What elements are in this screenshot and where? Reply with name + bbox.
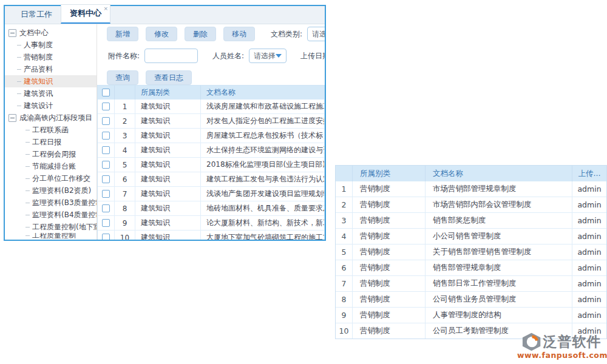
row-checkbox[interactable] bbox=[102, 103, 110, 110]
checkbox-cell bbox=[98, 114, 115, 128]
tree-item-label: 监理资料(B4质量控制) bbox=[32, 210, 97, 220]
table-row[interactable]: 10建筑知识大厦地下室加气砼墙砌筑工程的施工方... bbox=[98, 231, 324, 240]
row-uploader: admin bbox=[572, 181, 606, 197]
row-checkbox[interactable] bbox=[102, 175, 110, 183]
tree-branch-line bbox=[17, 93, 21, 94]
tree-item[interactable]: 监理资料(B3质量控制) bbox=[5, 197, 97, 209]
tree-item[interactable]: 工程日报 bbox=[5, 136, 97, 148]
minus-box-icon[interactable] bbox=[8, 114, 16, 122]
move-button[interactable]: 移动 bbox=[223, 27, 255, 41]
close-icon[interactable]: × bbox=[103, 5, 108, 12]
row-checkbox[interactable] bbox=[102, 204, 110, 212]
row-checkbox[interactable] bbox=[102, 132, 110, 140]
row-uploader: admin bbox=[572, 260, 606, 275]
table-row[interactable]: 9建筑知识论大厦新材料、新结构、新技术，新工... bbox=[98, 216, 324, 231]
row-checkbox[interactable] bbox=[102, 161, 110, 169]
table-row[interactable]: 8建筑知识地砖地面材料、机具准备、质量要求及... bbox=[98, 201, 324, 216]
doc-category-select[interactable]: 请选择 bbox=[307, 27, 325, 41]
select-value: 请选择 bbox=[312, 29, 325, 39]
tree-branch-line bbox=[17, 69, 21, 70]
checkbox-cell bbox=[98, 172, 115, 186]
row-checkbox[interactable] bbox=[102, 190, 110, 198]
table-row[interactable]: 6建筑知识建筑工程施工发包与承包违法行为认定... bbox=[98, 172, 324, 187]
table-row[interactable]: 7建筑知识浅谈地产集团开发建设项目监理规划编... bbox=[98, 187, 324, 201]
tree-item[interactable]: 营销制度 bbox=[5, 51, 97, 63]
table-row[interactable]: 3营销制度销售部奖惩制度admin bbox=[336, 213, 606, 229]
tree-item-label: 文档中心 bbox=[19, 28, 49, 38]
tree-item-label: 人事制度 bbox=[24, 40, 53, 50]
table-row[interactable]: 9营销制度人事管理制度的结构admin bbox=[336, 308, 606, 323]
table-row[interactable]: 2营销制度市场营销部内部会议管理制度admin bbox=[336, 197, 606, 213]
query-button[interactable]: 查询 bbox=[107, 70, 138, 85]
table-row[interactable]: 8营销制度公司销售业务员管理制度admin bbox=[336, 292, 606, 308]
row-checkbox[interactable] bbox=[102, 117, 110, 125]
tree-item[interactable]: 产品资料 bbox=[5, 63, 97, 75]
row-uploader: admin bbox=[572, 213, 606, 228]
add-button[interactable]: 新增 bbox=[107, 27, 138, 41]
table-row[interactable]: 4建筑知识水土保持生态环境监测网络的建设与资... bbox=[98, 143, 324, 158]
view-log-button[interactable]: 查看日志 bbox=[146, 70, 192, 85]
tree-item[interactable]: 建筑资讯 bbox=[5, 87, 97, 99]
row-number: 4 bbox=[115, 143, 135, 157]
row-number: 5 bbox=[336, 244, 353, 260]
attachment-input[interactable] bbox=[144, 49, 198, 63]
row-number: 3 bbox=[336, 213, 353, 228]
minus-box-icon[interactable] bbox=[8, 29, 16, 37]
tree-item[interactable]: 工程质量控制 bbox=[5, 233, 97, 238]
row-docname: 市场营销部管理规章制度 bbox=[426, 181, 572, 197]
table-row[interactable]: 1建筑知识浅谈房屋建筑和市政基础设施工程施工... bbox=[98, 99, 324, 114]
tab-data-center[interactable]: 资料中心 × bbox=[61, 4, 110, 24]
tree-item[interactable]: 节能减排台账 bbox=[5, 160, 97, 172]
tree-item[interactable]: 监理资料(B4质量控制) bbox=[5, 209, 97, 221]
tree-item[interactable]: 建筑知识 bbox=[5, 75, 97, 87]
tree-item-label: 工程例会周报 bbox=[32, 149, 76, 160]
row-checkbox[interactable] bbox=[102, 219, 110, 227]
document-center-window: 日常工作 资料中心 × 文档中心人事制度营销制度产品资料建筑知识建筑资讯建筑设计… bbox=[4, 5, 326, 241]
row-docname: 市场营销部内部会议管理制度 bbox=[426, 197, 572, 212]
tree-item[interactable]: 分工单位工作移交 bbox=[5, 172, 97, 184]
tree-branch-line bbox=[25, 154, 30, 155]
row-docname: 浅谈地产集团开发建设项目监理规划编... bbox=[201, 187, 324, 201]
modify-button[interactable]: 修改 bbox=[146, 27, 177, 41]
table-row[interactable]: 3建筑知识房屋建筑工程总承包投标书（技术标）... bbox=[98, 129, 324, 143]
checkbox-cell bbox=[98, 201, 115, 215]
tree-item-label: 工程联系函 bbox=[32, 125, 69, 135]
table-row[interactable]: 6营销制度销售部管理规章制度admin bbox=[336, 260, 606, 276]
row-checkbox[interactable] bbox=[102, 234, 110, 240]
delete-button[interactable]: 删除 bbox=[185, 27, 216, 41]
table-row[interactable]: 7营销制度销售部日常工作管理制度admin bbox=[336, 276, 606, 292]
tree-item[interactable]: 工程质量控制(地下室) bbox=[5, 221, 97, 233]
tree-item-label: 节能减排台账 bbox=[32, 161, 76, 172]
checkbox-cell bbox=[98, 158, 115, 172]
tree-item[interactable]: 成渝高铁内江标段项目 bbox=[5, 112, 97, 124]
tree-item[interactable]: 文档中心 bbox=[5, 27, 97, 39]
tree-item[interactable]: 工程联系函 bbox=[5, 124, 97, 136]
tab-daily-work[interactable]: 日常工作 bbox=[12, 6, 61, 24]
row-docname: 大厦地下室加气砼墙砌筑工程的施工方... bbox=[201, 231, 324, 240]
row-number: 5 bbox=[115, 158, 135, 172]
row-category: 营销制度 bbox=[353, 197, 426, 212]
tree-item[interactable]: 监理资料(B2资质) bbox=[5, 184, 97, 197]
row-number: 2 bbox=[336, 197, 353, 212]
select-all-checkbox[interactable] bbox=[102, 89, 110, 96]
tab-bar: 日常工作 资料中心 × bbox=[5, 6, 325, 24]
tree-item[interactable]: 建筑设计 bbox=[5, 99, 97, 112]
row-category: 营销制度 bbox=[353, 229, 426, 244]
row-checkbox[interactable] bbox=[102, 146, 110, 154]
tree-item-label: 成渝高铁内江标段项目 bbox=[19, 113, 92, 123]
person-select[interactable]: 请选择 bbox=[249, 49, 287, 63]
table-row[interactable]: 1营销制度市场营销部管理规章制度admin bbox=[336, 181, 606, 197]
row-number: 6 bbox=[115, 172, 135, 186]
attachment-label: 附件名称: bbox=[108, 51, 140, 61]
row-number: 7 bbox=[336, 276, 353, 291]
tree-item[interactable]: 工程例会周报 bbox=[5, 148, 97, 160]
table-row[interactable]: 5营销制度关于销售部管理销售管理制度admin bbox=[336, 244, 606, 260]
table-row[interactable]: 5建筑知识2018标准化监理项目部(业主项目部)人员... bbox=[98, 158, 324, 172]
table-row[interactable]: 2建筑知识对发包人指定分包的工程施工进度安排... bbox=[98, 114, 324, 129]
row-docname: 人事管理制度的结构 bbox=[426, 308, 572, 323]
row-number: 9 bbox=[336, 308, 353, 323]
table-row[interactable]: 4营销制度小公司销售管理制度admin bbox=[336, 229, 606, 244]
tree-item[interactable]: 人事制度 bbox=[5, 39, 97, 51]
row-docname: 地砖地面材料、机具准备、质量要求及... bbox=[201, 201, 324, 215]
row-docname: 2018标准化监理项目部(业主项目部)人员... bbox=[201, 158, 324, 172]
